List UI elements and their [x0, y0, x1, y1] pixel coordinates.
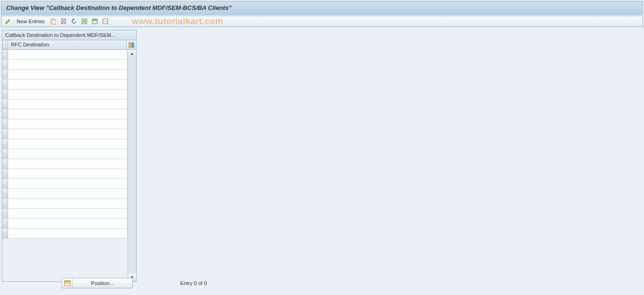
- copy-as-icon[interactable]: [49, 18, 57, 25]
- table-row: [2, 229, 128, 239]
- row-selector[interactable]: [2, 169, 8, 179]
- svg-rect-15: [64, 281, 70, 282]
- row-selector[interactable]: [2, 229, 8, 238]
- rfc-destination-cell[interactable]: [8, 159, 128, 169]
- rfc-destination-cell[interactable]: [8, 149, 128, 159]
- main-empty-area: [138, 30, 642, 282]
- vertical-scrollbar[interactable]: ▲ ▼: [128, 50, 136, 281]
- page-title: Change View "Callback Destination to Dep…: [6, 4, 231, 11]
- svg-rect-13: [132, 43, 134, 47]
- row-selector[interactable]: [2, 80, 8, 89]
- position-button[interactable]: Position...: [62, 278, 133, 288]
- rfc-destination-cell[interactable]: [8, 229, 128, 238]
- table-row: [2, 80, 128, 89]
- row-selector[interactable]: [2, 99, 8, 109]
- scroll-up-icon[interactable]: ▲: [128, 50, 136, 57]
- table-row: [2, 129, 128, 139]
- row-selector[interactable]: [2, 159, 8, 169]
- column-header-rfc[interactable]: RFC Destination: [8, 40, 127, 49]
- deselect-all-icon[interactable]: [101, 18, 109, 25]
- row-selector[interactable]: [2, 209, 8, 218]
- row-selector[interactable]: [2, 219, 8, 228]
- table-row: [2, 89, 128, 99]
- svg-rect-1: [52, 20, 55, 24]
- row-selector[interactable]: [2, 179, 8, 188]
- select-block-icon[interactable]: [91, 18, 99, 25]
- row-selector[interactable]: [2, 119, 8, 129]
- row-selector[interactable]: [2, 50, 8, 59]
- row-selector-header[interactable]: [2, 40, 8, 49]
- rfc-destination-cell[interactable]: [8, 199, 128, 208]
- scroll-track[interactable]: [128, 57, 136, 274]
- table-row: [2, 50, 128, 60]
- table-row: [2, 189, 128, 199]
- watermark: www.tutorialkart.com: [132, 17, 223, 27]
- table-row: [2, 99, 128, 109]
- entry-count-text: Entry 0 of 0: [180, 280, 207, 286]
- rfc-destination-cell[interactable]: [8, 209, 128, 218]
- new-entries-button[interactable]: New Entries: [15, 18, 46, 25]
- rfc-destination-cell[interactable]: [8, 179, 128, 188]
- table-row: [2, 119, 128, 129]
- footer-bar: Position... Entry 0 of 0: [0, 278, 644, 288]
- table-row: [2, 70, 128, 80]
- svg-rect-7: [83, 20, 86, 23]
- undo-icon[interactable]: [70, 18, 78, 25]
- rfc-destination-cell[interactable]: [8, 169, 128, 179]
- svg-marker-5: [73, 18, 74, 21]
- delete-icon[interactable]: [60, 18, 67, 25]
- row-selector[interactable]: [2, 139, 8, 149]
- rfc-destination-cell[interactable]: [8, 139, 128, 149]
- row-selector[interactable]: [2, 89, 8, 99]
- row-selector[interactable]: [2, 149, 8, 159]
- rfc-destination-cell[interactable]: [8, 80, 128, 89]
- row-selector[interactable]: [2, 129, 8, 139]
- table-row: [2, 169, 128, 179]
- rfc-destination-cell[interactable]: [8, 189, 128, 198]
- select-all-icon[interactable]: [81, 18, 88, 25]
- rfc-destination-cell[interactable]: [8, 109, 128, 119]
- row-selector[interactable]: [2, 60, 8, 69]
- rows-area: [2, 50, 128, 281]
- table-settings-icon[interactable]: [127, 40, 136, 49]
- row-selector[interactable]: [2, 109, 8, 119]
- table-panel: Callback Destination to Dependent MDF/SE…: [2, 30, 137, 282]
- table-row: [2, 149, 128, 159]
- position-icon: [62, 278, 73, 288]
- change-display-icon[interactable]: [4, 18, 12, 25]
- rfc-destination-cell[interactable]: [8, 60, 128, 69]
- table-row: [2, 109, 128, 119]
- content-area: Callback Destination to Dependent MDF/SE…: [0, 28, 644, 284]
- table-header-row: RFC Destination: [2, 40, 136, 50]
- table-body: ▲ ▼: [2, 50, 136, 281]
- panel-title: Callback Destination to Dependent MDF/SE…: [2, 30, 136, 40]
- toolbar: New Entries www.tutorialkart.com: [1, 16, 643, 27]
- rfc-destination-cell[interactable]: [8, 70, 128, 79]
- rfc-destination-cell[interactable]: [8, 50, 128, 59]
- table-row: [2, 139, 128, 149]
- rfc-destination-cell[interactable]: [8, 129, 128, 139]
- table-row: [2, 179, 128, 189]
- rfc-destination-cell[interactable]: [8, 99, 128, 109]
- row-selector[interactable]: [2, 199, 8, 208]
- table-row: [2, 199, 128, 209]
- svg-rect-12: [129, 43, 131, 47]
- table-row: [2, 209, 128, 219]
- svg-rect-9: [92, 19, 97, 21]
- title-bar: Change View "Callback Destination to Dep…: [1, 1, 643, 15]
- table-row: [2, 219, 128, 229]
- position-label: Position...: [73, 280, 132, 286]
- table-row: [2, 60, 128, 70]
- row-selector[interactable]: [2, 189, 8, 198]
- table-row: [2, 159, 128, 169]
- row-selector[interactable]: [2, 70, 8, 79]
- rfc-destination-cell[interactable]: [8, 89, 128, 99]
- rfc-destination-cell[interactable]: [8, 119, 128, 129]
- rfc-destination-cell[interactable]: [8, 219, 128, 228]
